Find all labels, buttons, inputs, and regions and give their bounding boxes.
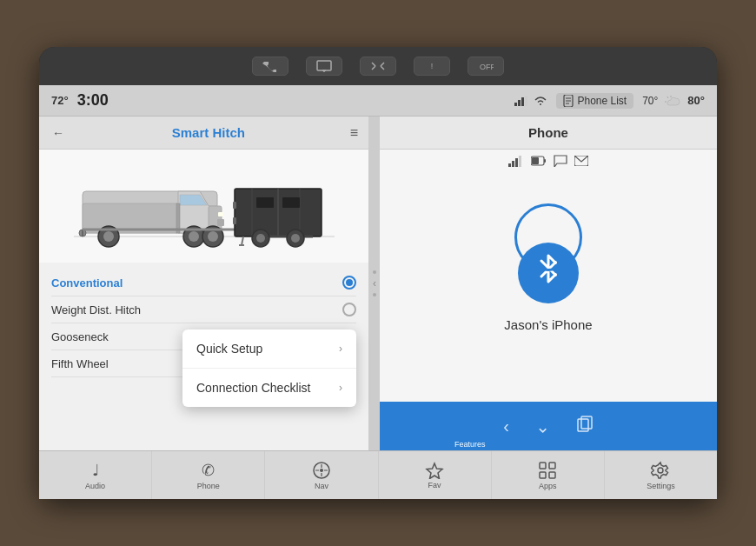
nav-apps[interactable]: Apps: [492, 451, 605, 499]
connection-checklist-chevron: ›: [339, 382, 342, 394]
fav-label: Fav: [428, 481, 441, 489]
chat-icon: [554, 155, 567, 167]
temp-center: 70°: [642, 95, 658, 107]
radio-conventional[interactable]: [342, 276, 356, 290]
nav-audio[interactable]: ♩ Audio: [39, 451, 152, 499]
nav-nav[interactable]: Nav: [265, 451, 378, 499]
svg-point-55: [554, 273, 557, 276]
menu-icon[interactable]: ≡: [350, 125, 358, 141]
phone-signal-icon: [508, 156, 524, 167]
svg-rect-19: [218, 212, 223, 216]
svg-point-25: [189, 231, 199, 242]
radio-weight-dist[interactable]: [342, 303, 356, 316]
status-right: 70° 80°: [642, 94, 705, 107]
svg-rect-56: [578, 419, 588, 431]
hitch-option-conventional[interactable]: Conventional: [51, 270, 356, 296]
off-hw-button[interactable]: OFF: [468, 57, 504, 76]
smart-hitch-header: ← Smart Hitch ≡: [39, 117, 368, 150]
bottom-nav-bar: ♩ Audio ✆ Phone Nav Fav: [39, 450, 717, 499]
phone-list-label: Phone List: [577, 95, 627, 107]
features-tab[interactable]: Features: [448, 438, 543, 450]
wifi-icon: [534, 96, 547, 106]
nav-settings[interactable]: Settings: [605, 451, 717, 499]
svg-rect-47: [512, 161, 514, 167]
panel-divider[interactable]: ‹: [369, 117, 380, 450]
svg-point-41: [256, 234, 265, 243]
nav-label: Nav: [315, 482, 328, 490]
quick-setup-item[interactable]: Quick Setup ›: [182, 330, 356, 369]
phone-status-bar: [380, 150, 717, 172]
divider-dot-1: [373, 270, 376, 274]
connection-checklist-item[interactable]: Connection Checklist ›: [182, 369, 356, 407]
nav-chevron-up[interactable]: ⌃: [535, 416, 550, 436]
email-icon: [574, 156, 588, 166]
device-name-label: Jason's iPhone: [504, 317, 592, 332]
nav-chevron-left[interactable]: ‹: [503, 416, 509, 436]
copy-icon: [576, 416, 594, 433]
svg-rect-38: [282, 197, 300, 208]
nav-copy-btn[interactable]: [576, 416, 594, 437]
svg-point-23: [103, 231, 114, 242]
hitch-label-weight-dist: Weight Dist. Hitch: [51, 303, 141, 316]
phone-hw-button[interactable]: [252, 57, 288, 76]
svg-line-44: [242, 236, 243, 245]
svg-rect-52: [544, 159, 546, 163]
audio-icon: ♩: [92, 461, 99, 480]
hardware-buttons-bar: ! OFF: [39, 47, 717, 85]
infotainment-screen: 72° 3:00: [39, 85, 717, 499]
svg-point-27: [208, 231, 218, 242]
fav-icon: [425, 462, 444, 479]
svg-rect-49: [519, 156, 521, 167]
smart-hitch-title: Smart Hitch: [67, 125, 350, 140]
svg-rect-37: [256, 197, 274, 208]
svg-text:OFF: OFF: [480, 63, 494, 71]
screen-hw-button[interactable]: [306, 57, 342, 76]
svg-rect-60: [540, 463, 546, 469]
svg-rect-62: [540, 472, 546, 478]
svg-rect-51: [532, 157, 539, 164]
audio-label: Audio: [85, 482, 105, 490]
svg-rect-36: [233, 217, 236, 224]
svg-rect-61: [549, 463, 555, 469]
divider-dot-2: [373, 293, 376, 296]
dashboard: ! OFF 72° 3:00: [39, 47, 717, 499]
hazard-hw-button[interactable]: !: [414, 57, 450, 76]
phone-header: Phone: [380, 117, 717, 150]
svg-rect-57: [581, 416, 592, 429]
svg-rect-35: [233, 202, 236, 209]
svg-rect-5: [518, 100, 521, 106]
svg-rect-7: [525, 96, 527, 106]
apps-label: Apps: [539, 482, 557, 490]
weather-temp: 80°: [687, 94, 705, 107]
main-content: ← Smart Hitch ≡: [39, 117, 717, 450]
back-button[interactable]: ←: [50, 124, 67, 142]
settings-icon: [651, 461, 670, 480]
svg-rect-46: [508, 163, 511, 167]
bluetooth-circle: [514, 203, 582, 271]
hitch-label-conventional: Conventional: [51, 276, 123, 290]
clock: 3:00: [77, 91, 109, 110]
connection-checklist-label: Connection Checklist: [196, 381, 311, 395]
svg-rect-48: [515, 158, 518, 167]
nav-phone[interactable]: ✆ Phone: [152, 451, 265, 499]
svg-rect-6: [521, 97, 524, 106]
apps-icon: [538, 461, 557, 480]
svg-point-64: [658, 468, 663, 473]
phone-icon: ✆: [202, 461, 215, 480]
hitch-dropdown-menu: Quick Setup › Connection Checklist ›: [182, 330, 356, 407]
phone-list-button[interactable]: Phone List: [556, 93, 633, 109]
nav-fav[interactable]: Fav: [379, 451, 492, 499]
svg-point-43: [291, 234, 300, 243]
svg-rect-4: [514, 103, 517, 106]
arrows-hw-button[interactable]: [360, 57, 396, 76]
bluetooth-device-area: Jason's iPhone: [380, 172, 717, 402]
svg-rect-0: [317, 61, 331, 70]
settings-label: Settings: [647, 482, 675, 490]
signal-icon: [514, 96, 528, 106]
hitch-option-weight-dist[interactable]: Weight Dist. Hitch: [51, 296, 356, 323]
phone-label: Phone: [197, 482, 220, 490]
hitch-label-fifth-wheel: Fifth Wheel: [51, 357, 109, 370]
status-bar: 72° 3:00: [39, 85, 717, 117]
svg-rect-18: [217, 219, 224, 226]
quick-setup-chevron: ›: [339, 343, 342, 355]
